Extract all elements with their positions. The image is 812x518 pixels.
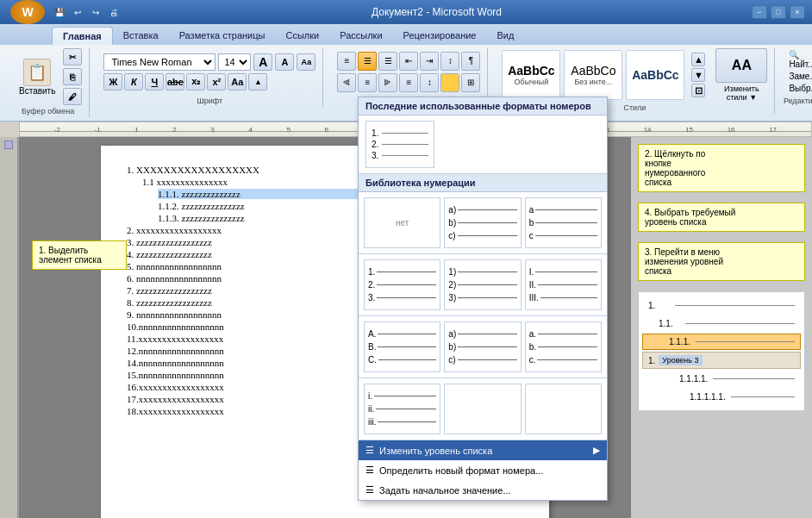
numbering-button[interactable]: ☰ [358, 52, 377, 71]
format-painter-button[interactable]: 🖌 [63, 88, 82, 105]
tab-home[interactable]: Главная [52, 27, 113, 45]
font-family-select[interactable]: Times New Roman [103, 53, 215, 71]
paste-icon: 📋 [23, 59, 51, 86]
font-size-select[interactable]: 14 [218, 53, 251, 71]
library-empty1[interactable] [444, 384, 521, 434]
library-alpha-lower2[interactable]: a b c [525, 197, 602, 248]
library-row1: нет a) b) c) a b c [359, 192, 607, 254]
font-group: Times New Roman 14 A A Аа Ж К Ч abe [97, 48, 323, 107]
set-starting-value-item[interactable]: ☰ Задать начальное значение... [359, 480, 607, 500]
tab-view[interactable]: Вид [487, 27, 525, 45]
bold-button[interactable]: Ж [103, 73, 122, 90]
set-value-icon: ☰ [365, 484, 374, 496]
library-empty2[interactable] [525, 384, 602, 434]
right-panel: 2. Щёлкнуть покнопкенумерованногосписка … [631, 137, 812, 518]
superscript-button[interactable]: x² [207, 73, 226, 90]
recent-format-item[interactable]: 1. 2. 3. [365, 121, 434, 168]
change-styles-button[interactable]: АА [715, 48, 767, 83]
select-button[interactable]: Выбр... [789, 84, 812, 93]
clipboard-group: 📋 Вставить ✂ ⎘ 🖌 Буфер обмена [7, 48, 90, 117]
tab-review[interactable]: Рецензирование [393, 27, 487, 45]
find-button[interactable]: 🔍 Найт... [789, 50, 812, 69]
tab-page-layout[interactable]: Разметка страницы [169, 27, 276, 45]
subscript-button[interactable]: x₂ [186, 73, 205, 90]
margin-indicator [4, 140, 13, 149]
font-controls: Times New Roman 14 A A Аа Ж К Ч abe [103, 53, 315, 90]
copy-button[interactable]: ⎘ [63, 68, 82, 85]
italic-button[interactable]: К [124, 73, 143, 90]
annotation-step2: 2. Щёлкнуть покнопкенумерованногосписка [638, 144, 805, 192]
tab-mailings[interactable]: Рассылки [329, 27, 392, 45]
library-numeric[interactable]: 1. 2. 3. [364, 259, 440, 310]
minimize-button[interactable]: − [752, 5, 767, 19]
align-right-button[interactable]: ⫸ [378, 73, 397, 92]
styles-expand[interactable]: ⊡ [691, 84, 705, 97]
clear-format-button[interactable]: Аа [297, 53, 315, 71]
library-roman-lower[interactable]: i. ii. iii. [364, 384, 440, 434]
library-roman[interactable]: I. II. III. [525, 259, 602, 310]
library-alpha-lower3[interactable]: a. b. c. [525, 321, 602, 372]
line-spacing-button[interactable]: ↕ [420, 73, 439, 92]
level-1[interactable]: 1. [642, 297, 801, 314]
list-buttons-row1: ≡ ☰ ☰ ⇤ ⇥ ↕ ¶ [337, 52, 480, 71]
library-numeric-paren[interactable]: 1) 2) 3) [444, 259, 521, 310]
show-marks-button[interactable]: ¶ [461, 52, 480, 71]
font-row1: Times New Roman 14 A A Аа [103, 53, 315, 71]
font-color-button[interactable]: Аа [228, 73, 247, 90]
grow-font-button[interactable]: A [253, 53, 272, 71]
window-title: Документ2 - Microsoft Word [122, 6, 752, 18]
paste-button[interactable]: 📋 Вставить [14, 55, 60, 99]
sort-button[interactable]: ↕ [440, 52, 459, 71]
style-heading1[interactable]: AaBbCс [626, 50, 684, 100]
change-list-level-item[interactable]: ☰ Изменить уровень списка ▶ [359, 440, 607, 460]
styles-scroll-down[interactable]: ▼ [691, 68, 705, 82]
style-normal[interactable]: AaBbCс Обычный [502, 50, 560, 100]
align-left-button[interactable]: ⫷ [337, 73, 356, 92]
library-none[interactable]: нет [364, 197, 440, 248]
shading-button[interactable] [440, 73, 459, 92]
office-button[interactable]: W [10, 0, 45, 24]
tab-insert[interactable]: Вставка [113, 27, 169, 45]
arrow-right-icon: ▶ [593, 445, 600, 456]
multilevel-button[interactable]: ☰ [378, 52, 397, 71]
redo-qa-button[interactable]: ↪ [88, 4, 103, 20]
library-alpha-lower[interactable]: a) b) c) [444, 197, 521, 248]
title-bar-left: W 💾 ↩ ↪ 🖨 [7, 0, 122, 24]
level-1-1-1-1[interactable]: 1.1.1.1. [642, 371, 801, 387]
styles-items: AaBbCс Обычный AaBbCо Без инте... AaBbCс… [502, 48, 767, 102]
undo-qa-button[interactable]: ↩ [70, 4, 85, 20]
level-1-1[interactable]: 1.1. [642, 315, 801, 332]
level-1-1-1-1-1[interactable]: 1.1.1.1.1. [642, 389, 801, 405]
tab-references[interactable]: Ссылки [275, 27, 329, 45]
ruler-corner [0, 122, 19, 137]
styles-label: Стили [623, 103, 646, 112]
border-button[interactable]: ⊞ [461, 73, 480, 92]
justify-button[interactable]: ≡ [399, 73, 418, 92]
paste-label: Вставить [19, 86, 55, 96]
close-button[interactable]: × [790, 5, 805, 19]
library-alpha-lower-paren[interactable]: a) b) c) [444, 321, 521, 372]
decrease-indent-button[interactable]: ⇤ [399, 52, 418, 71]
library-alpha-upper[interactable]: А. В. С. [364, 321, 440, 372]
numbering-dropdown: Последние использованные форматы номеров… [358, 97, 608, 501]
replace-button[interactable]: Заме... [789, 72, 812, 81]
strikethrough-button[interactable]: abe [166, 73, 184, 90]
bullets-button[interactable]: ≡ [337, 52, 356, 71]
maximize-button[interactable]: □ [771, 5, 786, 19]
styles-scroll-up[interactable]: ▲ [691, 53, 705, 66]
print-qa-button[interactable]: 🖨 [106, 4, 122, 20]
clipboard-label: Буфер обмена [22, 107, 74, 115]
level-selector: 1. 1.1. 1.1.1. 1. Уровень 3 [638, 291, 805, 411]
underline-button[interactable]: Ч [145, 73, 164, 90]
define-new-format-item[interactable]: ☰ Определить новый формат номера... [359, 460, 607, 480]
highlight-button[interactable]: ▲ [248, 73, 267, 90]
style-no-spacing[interactable]: AaBbCо Без инте... [564, 50, 622, 100]
align-center-button[interactable]: ≡ [358, 73, 377, 92]
level-tag[interactable]: 1. Уровень 3 [642, 352, 801, 369]
shrink-font-button[interactable]: A [275, 53, 294, 71]
library-row2: 1. 2. 3. 1) 2) 3) I. II. III. [359, 254, 607, 316]
cut-button[interactable]: ✂ [63, 48, 82, 66]
save-qa-button[interactable]: 💾 [52, 4, 67, 20]
level-1-1-1[interactable]: 1.1.1. [642, 334, 801, 350]
increase-indent-button[interactable]: ⇥ [420, 52, 439, 71]
